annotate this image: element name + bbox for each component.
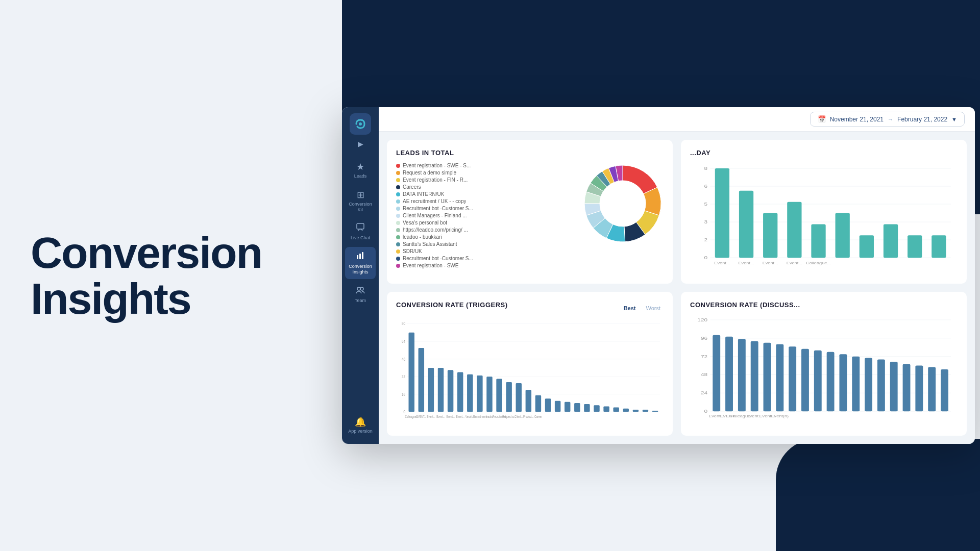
- legend-label: Client Managers - Finland ...: [403, 213, 467, 218]
- svg-rect-1: [357, 223, 364, 229]
- svg-rect-68: [516, 383, 522, 412]
- sidebar: ▶ ★ Leads ⊞ Conversion Kit Live Chat: [342, 107, 379, 444]
- legend-item: Client Managers - Finland ...: [396, 213, 576, 218]
- legend-dot: [396, 235, 400, 239]
- svg-rect-77: [574, 403, 580, 412]
- hero-title-line2: Insights: [31, 274, 191, 323]
- sidebar-item-conversion-kit[interactable]: ⊞ Conversion Kit: [345, 185, 376, 217]
- hero-title: Conversion Insights: [31, 230, 262, 322]
- legend-dot: [396, 178, 400, 182]
- date-range-picker[interactable]: 📅 November 21, 2021 → February 21, 2022 …: [810, 112, 965, 127]
- sidebar-item-live-chat[interactable]: Live Chat: [345, 218, 376, 245]
- svg-rect-56: [457, 372, 463, 412]
- svg-rect-21: [739, 191, 753, 258]
- sidebar-label-conversion-kit: Conversion Kit: [347, 202, 374, 213]
- svg-rect-84: [643, 410, 648, 412]
- svg-rect-23: [763, 213, 777, 258]
- legend-label: Event registration - SWE - S...: [403, 163, 471, 168]
- calendar-icon: 📅: [818, 115, 826, 123]
- svg-text:3: 3: [704, 219, 707, 224]
- svg-point-0: [359, 122, 362, 126]
- legend-label: Event registration - FIN - R...: [403, 177, 468, 183]
- triggers-chart-wrapper: 01632486480Colleague...EVENT...Event...E…: [396, 319, 664, 427]
- legend-label: Vesa's personal bot: [403, 220, 447, 226]
- svg-rect-83: [633, 410, 639, 412]
- svg-text:EVENT...: EVENT...: [416, 415, 427, 418]
- svg-rect-113: [827, 352, 835, 411]
- sidebar-item-team[interactable]: Team: [345, 281, 376, 308]
- svg-text:5: 5: [704, 201, 707, 207]
- legend-item: Vesa's personal bot: [396, 220, 576, 226]
- svg-text:8: 8: [704, 165, 707, 171]
- svg-point-6: [360, 287, 363, 290]
- legend-label: Request a demo simple: [403, 170, 456, 176]
- svg-text:64: 64: [402, 339, 405, 344]
- legend-dot: [396, 242, 400, 246]
- legend-dot: [396, 164, 400, 168]
- legend-label: AE recruitment / UK - - copy: [403, 198, 466, 204]
- svg-rect-114: [839, 354, 847, 411]
- svg-rect-111: [801, 349, 809, 411]
- right-section: ▶ ★ Leads ⊞ Conversion Kit Live Chat: [342, 0, 980, 551]
- svg-rect-48: [419, 348, 424, 412]
- hero-title-line1: Conversion: [31, 228, 262, 277]
- donut-chart: [582, 163, 664, 244]
- svg-text:2: 2: [704, 237, 707, 242]
- legend-label: https://leadoo.com/pricing/ ...: [403, 227, 468, 233]
- svg-rect-102: [738, 339, 746, 411]
- svg-rect-112: [814, 350, 822, 411]
- svg-rect-58: [467, 374, 473, 412]
- svg-text:72: 72: [701, 354, 707, 359]
- svg-rect-30: [860, 235, 874, 258]
- svg-rect-52: [438, 368, 444, 412]
- sidebar-logo[interactable]: [350, 113, 371, 135]
- svg-rect-62: [486, 377, 492, 412]
- svg-rect-54: [448, 370, 453, 412]
- legend-label: SDR/UK: [403, 248, 422, 254]
- sidebar-item-conversion-insights[interactable]: Conversion Insights: [345, 247, 376, 279]
- sidebar-item-leads[interactable]: ★ Leads: [345, 157, 376, 183]
- svg-rect-75: [555, 401, 560, 412]
- svg-rect-60: [477, 375, 482, 412]
- leads-total-title: LEADS IN TOTAL: [396, 149, 664, 157]
- app-window: ▶ ★ Leads ⊞ Conversion Kit Live Chat: [342, 107, 975, 444]
- sidebar-label-conv-insights: Conversion Insights: [347, 264, 374, 275]
- svg-rect-104: [751, 341, 758, 411]
- legend-label: Careers: [403, 184, 421, 190]
- svg-rect-122: [941, 369, 948, 411]
- triggers-title: CONVERSION RATE (TRIGGERS): [396, 301, 508, 309]
- tab-best[interactable]: Best: [621, 304, 639, 312]
- svg-rect-2: [357, 255, 358, 259]
- svg-rect-121: [928, 367, 936, 412]
- svg-rect-25: [787, 202, 801, 258]
- sidebar-label-leads: Leads: [354, 173, 367, 179]
- svg-rect-27: [811, 224, 825, 258]
- svg-rect-98: [713, 335, 720, 411]
- conversion-triggers-card: CONVERSION RATE (TRIGGERS) Best Worst 01…: [387, 292, 673, 436]
- svg-rect-72: [535, 395, 541, 412]
- svg-text:Event...: Event...: [456, 415, 465, 418]
- svg-rect-81: [613, 408, 619, 412]
- sidebar-app-version[interactable]: 🔔 App version: [345, 412, 376, 438]
- svg-rect-120: [915, 366, 923, 412]
- sidebar-expand-button[interactable]: ▶: [355, 139, 365, 149]
- sidebar-label-live-chat: Live Chat: [351, 235, 370, 241]
- legend-item: Event registration - SWE - S...: [396, 163, 576, 168]
- legend-item: leadoo - buukkari: [396, 234, 576, 240]
- leads-icon: ★: [356, 161, 364, 172]
- legend-item: DATA INTERN/UK: [396, 191, 576, 197]
- tab-worst[interactable]: Worst: [643, 304, 664, 312]
- sidebar-label-app-version: App version: [348, 429, 373, 434]
- svg-rect-29: [836, 213, 850, 258]
- svg-rect-78: [584, 404, 590, 412]
- legend-dot: [396, 257, 400, 261]
- svg-rect-119: [903, 364, 911, 412]
- svg-text:24: 24: [701, 391, 707, 395]
- svg-rect-79: [594, 405, 599, 412]
- svg-text:Recruitment: Recruitment: [473, 415, 486, 418]
- leads-today-title: ...DAY: [690, 149, 958, 157]
- svg-rect-74: [545, 398, 551, 412]
- svg-text:Event(n): Event(n): [771, 414, 789, 418]
- svg-text:6: 6: [704, 183, 707, 189]
- svg-rect-33: [932, 235, 946, 258]
